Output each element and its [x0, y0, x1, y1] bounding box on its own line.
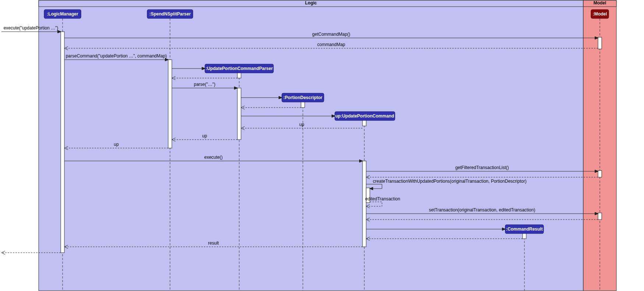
msg-commandmap-label: commandMap [317, 42, 345, 47]
msg-up1-label: up [299, 122, 304, 127]
msg-up3-label: up [114, 142, 119, 147]
activation-upc-create [362, 120, 366, 126]
msg-parsecommand-label: parseCommand("updatePortion …", commandM… [66, 53, 167, 59]
sequence-diagram: Logic Model :LogicManager :SpendNSplitPa… [0, 0, 644, 291]
msg-self-create-label: createTransactionWithUpdatedPortions(ori… [373, 179, 526, 184]
participant-updateportioncommandparser-label: :UpdatePortionCommandParser [206, 66, 273, 71]
msg-settx-label: setTransaction(originalTransaction, edit… [429, 207, 535, 213]
participant-spendnsplitparser-label: :SpendNSplitParser [149, 11, 191, 17]
activation-upc-exec [362, 161, 366, 247]
activation-spendnsplitparser [168, 60, 172, 148]
activation-portiondescriptor [301, 102, 305, 108]
msg-parse-label: parse("…") [194, 82, 216, 87]
participant-model-label: :Model [593, 11, 607, 17]
msg-execute-in-label: execute("updatePortion …") [4, 25, 59, 31]
msg-up2-label: up [202, 133, 207, 139]
activation-model-gftl [598, 171, 602, 177]
activation-model-settx [598, 213, 602, 220]
msg-gftl-label: getFilteredTransactionList() [455, 165, 509, 170]
participant-updateportioncommand-label: up:UpdatePortionCommand [335, 113, 394, 119]
msg-getcommandmap-label: getCommandMap() [312, 32, 350, 37]
msg-execute-cmd-label: execute() [204, 155, 223, 160]
msg-result-label: result [208, 241, 219, 246]
frame-model-title: Model [594, 0, 606, 6]
activation-upcp-parse [237, 88, 241, 140]
frame-logic [39, 0, 583, 291]
participant-commandresult-label: :CommandResult [506, 227, 542, 232]
frame-logic-title: Logic [305, 0, 317, 6]
activation-logicmanager [61, 32, 64, 253]
participant-portiondescriptor-label: :PortionDescriptor [283, 95, 322, 100]
activation-model-getcmdmap [598, 37, 602, 49]
participant-logicmanager-label: :LogicManager [47, 11, 78, 17]
msg-self-return-label: editedTransaction [365, 196, 400, 201]
